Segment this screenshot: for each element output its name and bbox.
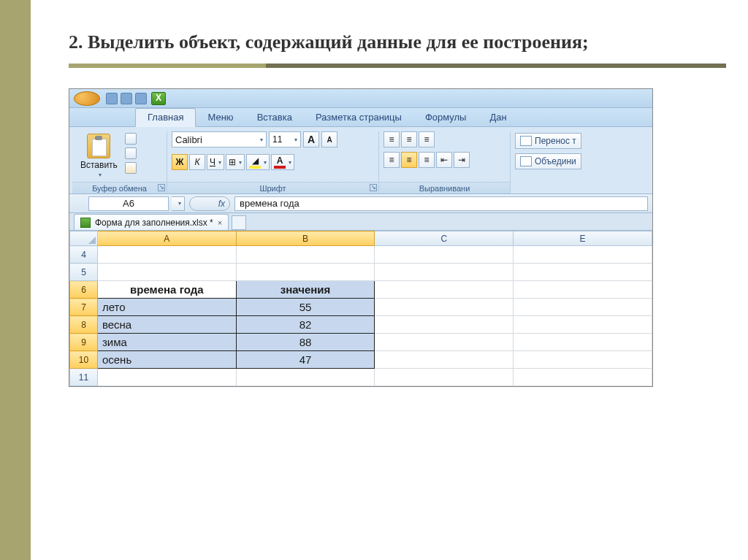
align-bottom-icon: ≡ — [424, 134, 429, 145]
formula-input[interactable]: времена года — [234, 196, 648, 211]
decrease-font-icon: A — [327, 136, 332, 144]
decrease-indent-button[interactable]: ⇤ — [436, 152, 452, 168]
font-color-button[interactable]: A▾ — [271, 154, 294, 170]
cell-c10[interactable] — [375, 351, 514, 369]
workbook-tab[interactable]: Форма для заполнения.xlsx * × — [74, 214, 229, 230]
cell-a5[interactable] — [97, 264, 236, 281]
group-label-clipboard: Буфер обмена — [72, 182, 167, 193]
increase-indent-button[interactable]: ⇥ — [454, 152, 470, 168]
font-name-value: Calibri — [175, 134, 202, 145]
cell-c9[interactable] — [375, 334, 514, 351]
align-left-button[interactable]: ≡ — [383, 152, 400, 168]
font-size-select[interactable]: 11 ▾ — [269, 131, 301, 147]
fx-button[interactable]: fx — [189, 196, 230, 211]
cell-c11[interactable] — [375, 369, 514, 386]
row-head-5[interactable]: 5 — [70, 264, 98, 281]
align-center-button[interactable]: ≡ — [401, 152, 417, 168]
wrap-icon — [520, 136, 532, 146]
cell-a10[interactable]: осень — [97, 351, 236, 369]
cell-c5[interactable] — [375, 264, 514, 281]
border-button[interactable]: ⊞▾ — [226, 154, 245, 170]
name-box[interactable]: A6 — [88, 196, 169, 211]
cell-e6[interactable] — [514, 281, 652, 299]
spreadsheet-grid[interactable]: A B C E 4 5 — [69, 231, 652, 386]
cell-c4[interactable] — [375, 246, 514, 264]
cell-c6[interactable] — [375, 281, 514, 299]
paste-button[interactable]: Вставить ▾ — [77, 131, 121, 180]
wrap-text-button[interactable]: Перенос т — [515, 133, 581, 149]
tab-insert[interactable]: Вставка — [245, 109, 304, 126]
cell-e9[interactable] — [514, 334, 652, 351]
office-button[interactable] — [74, 91, 100, 106]
align-top-button[interactable]: ≡ — [383, 131, 400, 147]
increase-font-button[interactable]: A — [303, 131, 319, 147]
group-merge-wrap: Перенос т Объедини Выравнивани — [511, 131, 649, 193]
new-document-tab[interactable] — [232, 215, 246, 230]
cell-a8[interactable]: весна — [97, 316, 236, 334]
cell-b7[interactable]: 55 — [236, 299, 375, 316]
cell-b9[interactable]: 88 — [236, 334, 375, 351]
fill-color-button[interactable]: ◢▾ — [246, 154, 270, 170]
row-head-10[interactable]: 10 — [70, 351, 98, 369]
merge-cells-button[interactable]: Объедини — [515, 153, 581, 169]
tab-home[interactable]: Главная — [135, 108, 196, 127]
chevron-down-icon: ▾ — [178, 200, 181, 207]
col-head-a[interactable]: A — [97, 231, 236, 246]
qa-save-icon[interactable] — [106, 93, 118, 104]
cell-e5[interactable] — [514, 264, 652, 281]
decrease-font-button[interactable]: A — [321, 131, 337, 147]
cell-b11[interactable] — [236, 369, 375, 386]
slide-title: 2. Выделить объект, содержащий данные дл… — [69, 29, 726, 55]
align-bottom-button[interactable]: ≡ — [419, 131, 435, 147]
select-all-corner[interactable] — [70, 231, 98, 246]
fill-swatch — [249, 166, 261, 169]
qa-redo-icon[interactable] — [135, 93, 147, 104]
cell-e10[interactable] — [514, 351, 652, 369]
cell-b5[interactable] — [236, 264, 375, 281]
cell-a7[interactable]: лето — [97, 299, 236, 316]
row-head-9[interactable]: 9 — [70, 334, 98, 351]
format-painter-icon[interactable] — [125, 162, 137, 174]
tab-data[interactable]: Дан — [478, 109, 518, 126]
qa-undo-icon[interactable] — [121, 93, 132, 104]
cut-icon[interactable] — [125, 133, 137, 145]
cell-a11[interactable] — [97, 369, 236, 386]
chevron-down-icon: ▾ — [260, 137, 263, 143]
row-head-7[interactable]: 7 — [70, 299, 98, 316]
col-head-b[interactable]: B — [236, 231, 375, 246]
cell-e4[interactable] — [514, 246, 652, 264]
bold-button[interactable]: Ж — [172, 154, 188, 170]
cell-e7[interactable] — [514, 299, 652, 316]
cell-e8[interactable] — [514, 316, 652, 334]
cell-b4[interactable] — [236, 246, 375, 264]
row-head-11[interactable]: 11 — [70, 369, 98, 386]
cell-e11[interactable] — [514, 369, 652, 386]
cell-a6[interactable]: времена года — [97, 281, 236, 299]
cell-b10[interactable]: 47 — [236, 351, 375, 369]
copy-icon[interactable] — [125, 147, 137, 159]
align-middle-button[interactable]: ≡ — [401, 131, 417, 147]
tab-layout[interactable]: Разметка страницы — [304, 109, 413, 126]
tab-formulas[interactable]: Формулы — [413, 109, 478, 126]
italic-button[interactable]: К — [189, 154, 205, 170]
col-head-c[interactable]: C — [375, 231, 514, 246]
row-head-6[interactable]: 6 — [70, 281, 98, 299]
row-head-8[interactable]: 8 — [70, 316, 98, 334]
name-box-dropdown[interactable]: ▾ — [172, 196, 185, 211]
cell-c8[interactable] — [375, 316, 514, 334]
tab-menu[interactable]: Меню — [196, 109, 245, 126]
cell-a4[interactable] — [97, 246, 236, 264]
cell-a9[interactable]: зима — [97, 334, 236, 351]
close-icon[interactable]: × — [218, 218, 222, 227]
cell-c7[interactable] — [375, 299, 514, 316]
font-dialog-launcher[interactable]: ↘ — [370, 184, 377, 191]
font-name-select[interactable]: Calibri ▾ — [172, 131, 267, 147]
cell-b8[interactable]: 82 — [236, 316, 375, 334]
row-head-4[interactable]: 4 — [70, 246, 98, 264]
workbook-filename: Форма для заполнения.xlsx * — [95, 218, 213, 228]
align-right-button[interactable]: ≡ — [419, 152, 435, 168]
cell-b6[interactable]: значения — [236, 281, 375, 299]
clipboard-dialog-launcher[interactable]: ↘ — [158, 184, 165, 191]
underline-button[interactable]: Ч▾ — [207, 154, 224, 170]
col-head-e[interactable]: E — [514, 231, 652, 246]
